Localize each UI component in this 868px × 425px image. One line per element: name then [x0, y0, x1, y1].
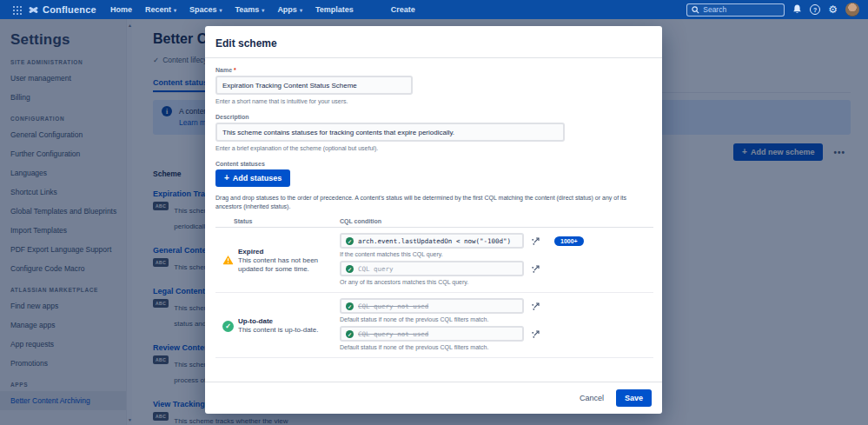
nav-item-templates[interactable]: Templates: [315, 5, 354, 14]
cancel-button[interactable]: Cancel: [573, 389, 611, 407]
search-input[interactable]: [703, 5, 777, 14]
top-navigation-bar: Confluence Home Recent▾ Spaces▾ Teams▾ A…: [0, 0, 868, 19]
dialog-title: Edit scheme: [215, 37, 277, 50]
valid-check-icon: ✓: [346, 302, 354, 310]
plus-icon: +: [224, 174, 229, 183]
chevron-down-icon: ▾: [219, 7, 222, 13]
cql-help-text: Or any of its ancestors matches this CQL…: [340, 279, 653, 285]
status-description: This content is up-to-date.: [238, 326, 319, 335]
save-button[interactable]: Save: [616, 389, 652, 407]
screen: Confluence Home Recent▾ Spaces▾ Teams▾ A…: [0, 0, 868, 425]
cql-column-header: CQL condition: [340, 218, 653, 224]
help-icon[interactable]: ?: [810, 4, 820, 15]
name-help-text: Enter a short name that is intuitive for…: [215, 98, 652, 104]
app-switcher-icon[interactable]: [8, 4, 20, 15]
user-avatar[interactable]: [845, 3, 859, 17]
description-field[interactable]: [215, 123, 565, 142]
cql-test-button[interactable]: [529, 300, 542, 313]
status-description: This content has not been updated for so…: [238, 256, 325, 274]
cql-query-not-used: CQL query not used: [358, 330, 428, 338]
statuses-table-header: Status CQL condition: [215, 218, 653, 228]
chevron-down-icon: ▾: [174, 7, 176, 13]
cql-test-button[interactable]: [529, 235, 542, 248]
cql-query-input-disabled: ✓ CQL query not used: [340, 298, 524, 314]
cql-help-text: Default status if none of the previous C…: [340, 316, 653, 322]
confluence-logo-icon[interactable]: [28, 5, 39, 15]
cql-query-input[interactable]: ✓ CQL query: [340, 261, 524, 276]
drag-drop-help-text: Drag and drop statuses to the order of p…: [215, 194, 652, 211]
name-field[interactable]: [215, 76, 413, 95]
chevron-down-icon: ▾: [300, 7, 302, 13]
dialog-header: Edit scheme: [205, 26, 662, 58]
cql-help-text: If the content matches this CQL query.: [340, 251, 653, 257]
settings-gear-icon[interactable]: ⚙: [828, 4, 838, 15]
status-name: Up-to-date: [238, 317, 319, 325]
cql-test-button[interactable]: [529, 328, 542, 341]
match-count-badge[interactable]: 1000+: [554, 236, 584, 246]
cql-query-input-disabled: ✓ CQL query not used: [340, 326, 524, 342]
status-column-header: Status: [215, 218, 340, 224]
cql-query-not-used: CQL query not used: [358, 302, 428, 310]
cql-query-value: arch.event.lastUpdatedOn < now("-100d"): [358, 237, 511, 245]
status-row-expired[interactable]: Expired This content has not been update…: [215, 228, 653, 293]
valid-check-icon: ✓: [346, 237, 354, 245]
status-name: Expired: [238, 248, 325, 256]
dialog-footer: Cancel Save: [205, 382, 662, 414]
cql-query-placeholder: CQL query: [358, 265, 394, 273]
nav-item-teams[interactable]: Teams▾: [235, 5, 265, 14]
nav-item-home[interactable]: Home: [110, 5, 132, 14]
status-row-up-to-date[interactable]: ✓ Up-to-date This content is up-to-date.…: [215, 293, 653, 358]
success-check-icon: ✓: [222, 321, 234, 332]
edit-scheme-dialog: Edit scheme Name * Enter a short name th…: [205, 26, 662, 414]
nav-item-apps[interactable]: Apps▾: [277, 5, 302, 14]
content-statuses-label: Content statuses: [215, 161, 652, 167]
statuses-table: Status CQL condition Expired This conten…: [215, 218, 653, 358]
cql-query-input[interactable]: ✓ arch.event.lastUpdatedOn < now("-100d"…: [340, 233, 524, 249]
notifications-icon[interactable]: [792, 4, 802, 15]
search-box[interactable]: [686, 3, 785, 17]
valid-check-icon: ✓: [346, 330, 354, 338]
dialog-body: Name * Enter a short name that is intuit…: [205, 58, 662, 382]
chevron-down-icon: ▾: [262, 7, 264, 13]
add-statuses-button[interactable]: + Add statuses: [215, 169, 290, 187]
warning-icon: [222, 253, 234, 269]
valid-check-icon: ✓: [346, 265, 354, 273]
description-label: Description: [215, 114, 652, 120]
required-asterisk: *: [234, 67, 236, 73]
cql-test-button[interactable]: [529, 262, 542, 276]
brand-name[interactable]: Confluence: [43, 4, 96, 15]
nav-item-recent[interactable]: Recent▾: [145, 5, 176, 14]
search-icon: [692, 6, 699, 14]
nav-item-spaces[interactable]: Spaces▾: [189, 5, 222, 14]
name-label: Name *: [215, 67, 652, 73]
cql-help-text: Default status if none of the previous C…: [340, 344, 653, 350]
description-help-text: Enter a brief explanation of the scheme …: [215, 145, 652, 151]
create-button[interactable]: Create: [391, 5, 415, 14]
